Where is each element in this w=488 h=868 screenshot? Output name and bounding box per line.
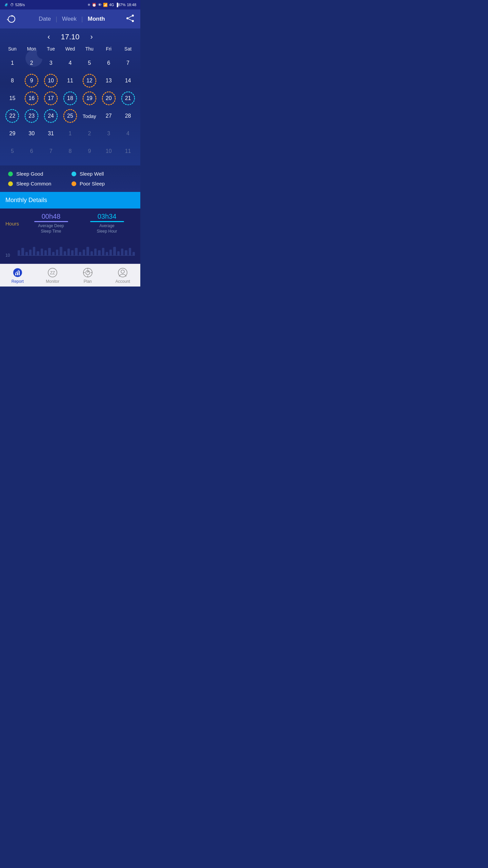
chart-bar bbox=[21, 248, 24, 256]
calendar-day-5[interactable]: 5 bbox=[80, 54, 99, 72]
status-left: 🧳 ⏱ 52B/s bbox=[4, 3, 25, 7]
calendar-day-3[interactable]: 3 bbox=[99, 125, 118, 142]
calendar-day-6[interactable]: 6 bbox=[99, 54, 118, 72]
calendar-day-9[interactable]: 9 bbox=[22, 72, 41, 90]
calendar-day-3[interactable]: 3 bbox=[41, 54, 61, 72]
calendar-day-13[interactable]: 13 bbox=[99, 72, 118, 90]
svg-rect-23 bbox=[19, 271, 20, 275]
calendar-day-10[interactable]: 10 bbox=[99, 142, 118, 160]
calendar-day-1[interactable]: 1 bbox=[3, 54, 22, 72]
day-number: 16 bbox=[25, 92, 38, 104]
calendar-day-5[interactable]: 5 bbox=[3, 142, 22, 160]
chart-area: 10 bbox=[0, 237, 140, 264]
day-number: 27 bbox=[103, 110, 115, 122]
calendar-day-31[interactable]: 31 bbox=[41, 125, 61, 142]
calendar-day-4[interactable]: 4 bbox=[118, 125, 138, 142]
day-number: 24 bbox=[45, 110, 57, 122]
calendar-day-11[interactable]: 11 bbox=[61, 72, 80, 90]
bottom-nav-account[interactable]: Account bbox=[105, 264, 141, 287]
day-number: 30 bbox=[25, 127, 38, 140]
poor-sleep-dot bbox=[72, 181, 76, 186]
calendar-grid: 12345678 9 1011 12131415 16 17 18 19 20 … bbox=[3, 54, 138, 160]
calendar-day-25[interactable]: 25 bbox=[61, 107, 80, 125]
calendar-day-9[interactable]: 9 bbox=[80, 142, 99, 160]
next-month-button[interactable]: › bbox=[90, 33, 93, 41]
calendar-day-7[interactable]: 7 bbox=[41, 142, 61, 160]
bottom-nav-plan[interactable]: Plan bbox=[70, 264, 105, 287]
chart-bar bbox=[67, 249, 70, 255]
calendar-day-8[interactable]: 8 bbox=[61, 142, 80, 160]
status-right: ✳ ⏰ 👁 📶 4G ▐87% 18:48 bbox=[87, 3, 136, 7]
calendar-day-19[interactable]: 19 bbox=[80, 90, 99, 107]
calendar-day-8[interactable]: 8 bbox=[3, 72, 22, 90]
calendar-day-2[interactable]: 2 bbox=[22, 54, 41, 72]
weekday-sat: Sat bbox=[118, 45, 138, 53]
calendar-day-11[interactable]: 11 bbox=[118, 142, 138, 160]
report-icon bbox=[13, 268, 23, 278]
alarm-icon: ⏰ bbox=[92, 3, 97, 7]
chart-bar bbox=[117, 251, 120, 256]
calendar-day-1[interactable]: 1 bbox=[61, 125, 80, 142]
stat-values: 00h48 Average DeepSleep Time 03h34 Avera… bbox=[23, 213, 135, 234]
day-number: 15 bbox=[6, 92, 18, 104]
weekday-wed: Wed bbox=[61, 45, 80, 53]
calendar-day-18[interactable]: 18 bbox=[61, 90, 80, 107]
tab-week[interactable]: Week bbox=[57, 14, 81, 24]
calendar-day-17[interactable]: 17 bbox=[41, 90, 61, 107]
calendar-day-29[interactable]: 29 bbox=[3, 125, 22, 142]
monitor-icon: ZZ bbox=[47, 268, 58, 278]
calendar-day-16[interactable]: 16 bbox=[22, 90, 41, 107]
account-icon bbox=[118, 268, 128, 278]
chart-bar bbox=[121, 249, 123, 255]
day-number: 29 bbox=[6, 127, 18, 140]
briefcase-icon: 🧳 bbox=[4, 3, 9, 7]
svg-point-2 bbox=[132, 15, 134, 17]
calendar-day-22[interactable]: 22 bbox=[3, 107, 22, 125]
top-nav: Date | Week | Month bbox=[0, 9, 140, 28]
calendar-day-7[interactable]: 7 bbox=[118, 54, 138, 72]
calendar-day-2[interactable]: 2 bbox=[80, 125, 99, 142]
avg-sleep-hour-value: 03h34 bbox=[90, 213, 124, 220]
tab-month[interactable]: Month bbox=[83, 14, 110, 24]
bottom-nav-report[interactable]: Report bbox=[0, 264, 35, 287]
calendar-day-21[interactable]: 21 bbox=[118, 90, 138, 107]
bottom-nav-monitor[interactable]: ZZ Monitor bbox=[35, 264, 70, 287]
day-number: 9 bbox=[83, 145, 96, 157]
calendar-day-28[interactable]: 28 bbox=[118, 107, 138, 125]
calendar-day-14[interactable]: 14 bbox=[118, 72, 138, 90]
chart-bar bbox=[125, 250, 127, 255]
calendar-day-4[interactable]: 4 bbox=[61, 54, 80, 72]
status-bar: 🧳 ⏱ 52B/s ✳ ⏰ 👁 📶 4G ▐87% 18:48 bbox=[0, 0, 140, 9]
calendar-day-20[interactable]: 20 bbox=[99, 90, 118, 107]
calendar-day-12[interactable]: 12 bbox=[80, 72, 99, 90]
avg-sleep-hour: 03h34 AverageSleep Hour bbox=[90, 213, 124, 234]
weekday-headers: Sun Mon Tue Wed Thu Fri Sat bbox=[3, 45, 138, 53]
day-number: 4 bbox=[122, 127, 134, 140]
chart-bar bbox=[102, 248, 104, 256]
avg-deep-sleep-bar bbox=[34, 221, 68, 222]
calendar-day-30[interactable]: 30 bbox=[22, 125, 41, 142]
calendar-day-10[interactable]: 10 bbox=[41, 72, 61, 90]
day-number: 7 bbox=[122, 57, 134, 69]
day-number: 8 bbox=[6, 75, 18, 87]
avg-sleep-hour-bar bbox=[90, 221, 124, 222]
share-button[interactable] bbox=[126, 15, 135, 24]
day-number: 20 bbox=[103, 92, 115, 104]
calendar-day-27[interactable]: 27 bbox=[99, 107, 118, 125]
plan-icon bbox=[83, 268, 93, 278]
day-number: 5 bbox=[6, 145, 18, 157]
avg-sleep-hour-label: AverageSleep Hour bbox=[90, 223, 124, 234]
sync-button[interactable] bbox=[5, 13, 18, 25]
tab-date[interactable]: Date bbox=[34, 14, 56, 24]
day-number: 12 bbox=[83, 75, 96, 87]
prev-month-button[interactable]: ‹ bbox=[47, 33, 50, 41]
calendar-day-6[interactable]: 6 bbox=[22, 142, 41, 160]
day-number: 5 bbox=[83, 57, 96, 69]
monthly-details-header: Monthly Details bbox=[0, 192, 140, 209]
calendar-day-Today[interactable]: Today bbox=[80, 107, 99, 125]
eye-icon: 👁 bbox=[98, 3, 102, 7]
legend-poor-sleep: Poor Sleep bbox=[72, 181, 132, 186]
calendar-day-15[interactable]: 15 bbox=[3, 90, 22, 107]
calendar-day-23[interactable]: 23 bbox=[22, 107, 41, 125]
calendar-day-24[interactable]: 24 bbox=[41, 107, 61, 125]
